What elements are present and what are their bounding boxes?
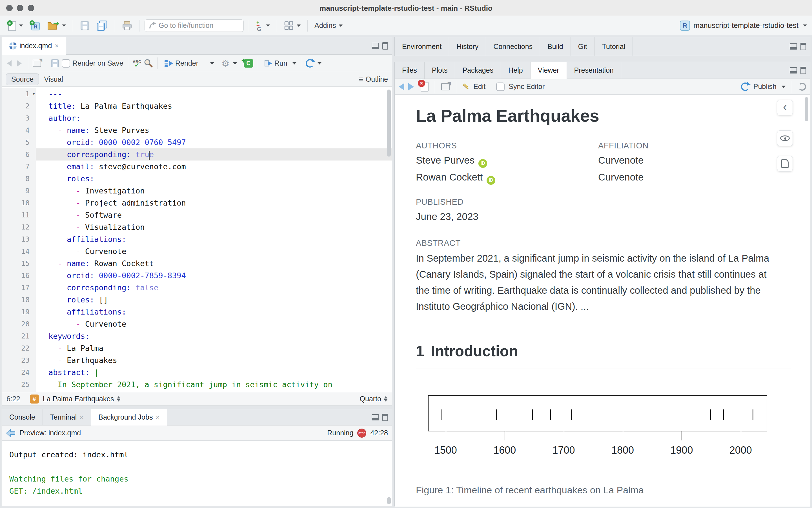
goto-file-input[interactable] bbox=[159, 22, 240, 30]
goto-file-search[interactable] bbox=[145, 19, 244, 32]
render-button[interactable]: Render bbox=[162, 58, 200, 69]
code-line[interactable]: 24abstract: | bbox=[2, 366, 392, 378]
reader-view-button[interactable] bbox=[777, 130, 793, 146]
symbol-navigator[interactable]: La Palma Earthquakes bbox=[43, 395, 114, 403]
rendered-document[interactable]: La Palma Earthquakes AUTHORS AFFILIATION… bbox=[395, 95, 810, 507]
gear-icon[interactable]: ⚙ bbox=[221, 59, 230, 68]
code-line[interactable]: 17 corresponding: false bbox=[2, 282, 392, 294]
orcid-icon[interactable]: iD bbox=[478, 159, 487, 168]
project-menu-button[interactable]: R manuscript-template-rstudio-test bbox=[680, 20, 807, 31]
print-button[interactable] bbox=[120, 19, 134, 32]
code-line[interactable]: 25 In September 2021, a significant jump… bbox=[2, 378, 392, 390]
notes-button[interactable] bbox=[777, 156, 793, 171]
tab-connections[interactable]: Connections bbox=[486, 37, 540, 56]
maximize-pane-icon[interactable] bbox=[382, 42, 388, 50]
code-line[interactable]: 16 orcid: 0000-0002-7859-8394 bbox=[2, 269, 392, 282]
code-line[interactable]: 1▾--- bbox=[2, 88, 392, 100]
file-format-selector[interactable]: Quarto bbox=[360, 395, 381, 403]
viewer-back-button[interactable] bbox=[399, 83, 404, 90]
save-source-icon[interactable] bbox=[50, 59, 59, 68]
job-output[interactable]: Output created: index.htmlWatching files… bbox=[2, 441, 392, 505]
code-line[interactable]: 15 - name: Rowan Cockett bbox=[2, 257, 392, 269]
maximize-pane-icon[interactable] bbox=[801, 67, 806, 74]
clear-viewer-button[interactable]: ✕ bbox=[421, 82, 429, 91]
close-terminal-icon[interactable]: × bbox=[79, 413, 83, 421]
render-on-save-checkbox[interactable] bbox=[62, 59, 70, 68]
save-all-button[interactable] bbox=[94, 19, 110, 32]
tab-git[interactable]: Git bbox=[571, 37, 595, 56]
job-back-icon[interactable] bbox=[6, 429, 15, 437]
code-line[interactable]: 22 - La Palma bbox=[2, 342, 392, 354]
code-line[interactable]: 10 - Project administration bbox=[2, 197, 392, 209]
tab-terminal[interactable]: Terminal× bbox=[43, 409, 91, 425]
tab-packages[interactable]: Packages bbox=[455, 62, 501, 79]
run-caret[interactable] bbox=[292, 62, 296, 65]
spellcheck-icon[interactable]: ABC✓ bbox=[133, 60, 141, 67]
tab-history[interactable]: History bbox=[449, 37, 486, 56]
sync-editor-checkbox[interactable] bbox=[496, 83, 504, 91]
code-line[interactable]: 7 email: steve@curvenote.com bbox=[2, 161, 392, 173]
code-line[interactable]: 19 affiliations: bbox=[2, 306, 392, 318]
workspace-panes-button[interactable] bbox=[282, 19, 302, 32]
mode-source-button[interactable]: Source bbox=[6, 74, 39, 85]
code-line[interactable]: 8 roles: bbox=[2, 173, 392, 185]
code-line[interactable]: 23 - Earthquakes bbox=[2, 354, 392, 366]
tab-background-jobs[interactable]: Background Jobs× bbox=[91, 409, 167, 425]
mode-visual-button[interactable]: Visual bbox=[39, 74, 68, 85]
edit-label[interactable]: Edit bbox=[473, 83, 485, 91]
code-line[interactable]: 20 - Curvenote bbox=[2, 318, 392, 330]
format-sort-arrows-icon[interactable] bbox=[384, 396, 388, 401]
code-editor[interactable]: 1▾---2title: La Palma Earthquakes3author… bbox=[2, 87, 392, 393]
collapse-toc-button[interactable]: ‹ bbox=[777, 100, 793, 116]
stop-job-button[interactable]: STOP bbox=[357, 429, 366, 437]
tab-console[interactable]: Console bbox=[2, 409, 43, 425]
code-line[interactable]: 12 - Visualization bbox=[2, 221, 392, 233]
code-line[interactable]: 4 - name: Steve Purves bbox=[2, 124, 392, 136]
maximize-pane-icon[interactable] bbox=[382, 414, 388, 421]
publish-label[interactable]: Publish bbox=[754, 83, 776, 91]
search-icon[interactable] bbox=[144, 58, 153, 68]
viewer-scrollbar[interactable] bbox=[805, 97, 808, 121]
code-line[interactable]: 2title: La Palma Earthquakes bbox=[2, 100, 392, 112]
symbol-sort-arrows-icon[interactable] bbox=[117, 396, 120, 401]
tab-environment[interactable]: Environment bbox=[395, 37, 449, 56]
outline-button[interactable]: ≡ Outline bbox=[358, 75, 388, 84]
rerun-icon[interactable] bbox=[306, 59, 314, 68]
new-file-button[interactable] bbox=[5, 19, 25, 32]
code-line[interactable]: 18 roles: [] bbox=[2, 294, 392, 306]
open-file-button[interactable] bbox=[45, 19, 68, 32]
open-new-window-icon[interactable] bbox=[33, 60, 41, 67]
code-line[interactable]: 5 orcid: 0000-0002-0760-5497 bbox=[2, 136, 392, 149]
code-line[interactable]: 21keywords: bbox=[2, 330, 392, 342]
code-line[interactable]: 3author: bbox=[2, 112, 392, 124]
code-line[interactable]: 14 - Curvenote bbox=[2, 245, 392, 257]
edit-pencil-icon[interactable]: ✎ bbox=[462, 82, 470, 91]
insert-chunk-button[interactable]: +C bbox=[244, 59, 253, 68]
minimize-pane-icon[interactable] bbox=[790, 67, 797, 74]
tab-viewer[interactable]: Viewer bbox=[531, 62, 567, 79]
source-forward-button[interactable] bbox=[15, 59, 24, 68]
tab-tutorial[interactable]: Tutorial bbox=[595, 37, 633, 56]
fold-arrow-icon[interactable]: ▾ bbox=[32, 88, 35, 100]
open-in-browser-icon[interactable] bbox=[441, 83, 450, 90]
tab-index-qmd[interactable]: index.qmd × bbox=[2, 37, 66, 55]
minimize-pane-icon[interactable] bbox=[372, 414, 379, 420]
source-back-button[interactable] bbox=[5, 59, 13, 68]
close-tab-icon[interactable]: × bbox=[55, 42, 58, 50]
save-button[interactable] bbox=[78, 19, 91, 32]
tab-plots[interactable]: Plots bbox=[424, 62, 455, 79]
code-line[interactable]: 13 affiliations: bbox=[2, 233, 392, 245]
tab-files[interactable]: Files bbox=[395, 62, 424, 79]
version-control-button[interactable]: +−G bbox=[254, 19, 272, 32]
minimize-pane-icon[interactable] bbox=[790, 43, 797, 50]
addins-button[interactable]: Addins bbox=[313, 20, 344, 31]
code-line[interactable]: 9 - Investigation bbox=[2, 185, 392, 197]
new-project-button[interactable]: R bbox=[28, 19, 42, 32]
console-scrollbar[interactable] bbox=[387, 497, 391, 504]
publish-icon[interactable] bbox=[741, 83, 749, 91]
code-line[interactable]: 11 - Software bbox=[2, 209, 392, 221]
tab-build[interactable]: Build bbox=[540, 37, 571, 56]
close-background-jobs-icon[interactable]: × bbox=[156, 413, 159, 421]
tab-presentation[interactable]: Presentation bbox=[567, 62, 621, 79]
minimize-pane-icon[interactable] bbox=[372, 43, 379, 49]
